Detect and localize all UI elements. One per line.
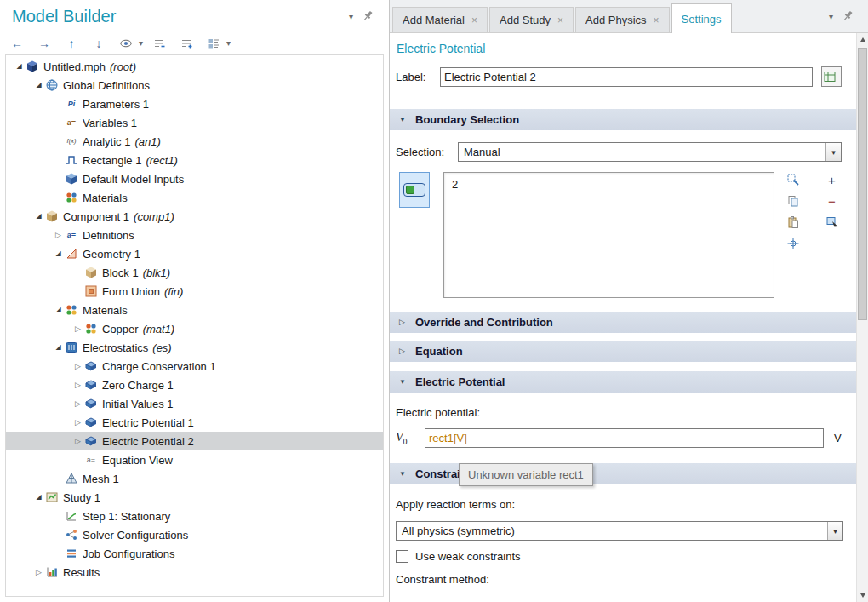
collapsed-arrow-icon[interactable]: ▷ [71,400,84,408]
tree-item-label: Zero Charge 1 [102,379,174,392]
collapsed-arrow-icon[interactable]: ▷ [71,419,84,427]
expanded-arrow-icon[interactable]: ◢ [13,63,26,70]
tree-item[interactable]: ▷a=Definitions [6,226,383,244]
paste-button[interactable] [787,215,802,230]
down-arrow-button[interactable]: ↓ [92,37,110,50]
tree-item[interactable]: ▷Electric Potential 1 [6,413,383,432]
section-header-override-and-contribution[interactable]: ▷Override and Contribution [390,312,856,333]
tree-item[interactable]: Block 1(blk1) [6,263,383,282]
tree-item[interactable]: ◢Untitled.mph(root) [6,57,383,76]
collapsed-arrow-icon[interactable]: ▷ [71,438,84,445]
forward-arrow-button[interactable]: → [37,37,55,50]
show-eye-button[interactable]: ▾ [119,37,143,50]
tree-item[interactable]: Materials [6,188,383,207]
tree-item[interactable]: ◢Materials [6,301,383,319]
close-icon[interactable]: × [654,15,660,26]
panel-menu-button[interactable]: ▾ [349,12,353,21]
center-crosshair-button[interactable] [787,236,802,251]
close-icon[interactable]: × [471,15,477,26]
tree-item[interactable]: Mesh 1 [6,469,383,488]
up-arrow-button[interactable]: ↑ [65,37,83,50]
tab-list-button[interactable]: ▾ [829,12,833,21]
copy-button[interactable] [787,193,802,209]
select-box-button[interactable] [826,215,842,230]
active-selection-toggle[interactable] [399,172,430,208]
pin-panel-button[interactable] [361,9,379,23]
tree-item[interactable]: a=Equation View [6,450,383,469]
tree-item[interactable]: ◢Geometry 1 [6,244,383,263]
section-header-boundary-selection[interactable]: ▼ Boundary Selection [390,109,856,130]
scrollbar-thumb[interactable] [858,48,867,320]
expanded-arrow-icon[interactable]: ◢ [32,82,45,89]
collapsed-arrow-icon[interactable]: ▷ [32,569,45,576]
collapsed-arrow-icon[interactable]: ▷ [71,363,84,370]
tree-item[interactable]: ▷Charge Conservation 1 [6,357,383,376]
tab-add-study[interactable]: Add Study× [489,7,574,32]
physics-feature-icon [84,378,98,392]
tab-add-material[interactable]: Add Material× [392,7,488,32]
tree-item[interactable]: ▷Copper(mat1) [6,319,383,338]
label-options-button[interactable] [821,66,842,87]
scroll-up-arrow-icon[interactable] [857,33,868,46]
selection-mode-dropdown[interactable]: Manual ▾ [458,142,842,162]
pin-settings-button[interactable] [841,9,859,23]
expanded-arrow-icon[interactable]: ◢ [52,250,65,257]
reaction-terms-dropdown[interactable]: All physics (symmetric) ▾ [396,521,843,541]
tree-item[interactable]: ▷Results [6,563,383,582]
tree-item[interactable]: Form Union(fin) [6,282,383,301]
tree-item[interactable]: ◢Global Definitions [6,76,383,95]
tab-add-physics[interactable]: Add Physics× [575,7,670,32]
down-arrow-icon: ↓ [92,37,106,50]
weak-constraints-checkbox[interactable] [396,550,408,563]
selection-list[interactable]: 2 [443,172,774,298]
physics-feature-icon [84,416,98,429]
chevron-down-icon: ▾ [349,12,353,21]
tree-item[interactable]: Default Model Inputs [6,169,383,188]
center-crosshair-icon [786,237,800,250]
selection-list-item[interactable]: 2 [452,177,766,192]
tree-item[interactable]: ◢Electrostatics(es) [6,338,383,357]
tree-item[interactable]: ▷Electric Potential 2 [6,432,383,450]
tree-item[interactable]: ▷Zero Charge 1 [6,376,383,394]
tree-item-label: Parameters 1 [83,98,149,111]
tree-item[interactable]: Solver Configurations [6,525,383,544]
expanded-arrow-icon[interactable]: ◢ [32,213,45,220]
back-arrow-button[interactable]: ← [10,37,28,50]
tree-item[interactable]: ▷Initial Values 1 [6,394,383,413]
tree-item[interactable]: f(x)Analytic 1(an1) [6,132,383,151]
vertical-scrollbar[interactable] [856,33,868,602]
label-input[interactable] [440,67,813,87]
create-selection-button[interactable] [787,172,802,187]
expanded-arrow-icon[interactable]: ◢ [32,494,45,501]
expanded-arrow-icon[interactable]: ◢ [52,344,65,351]
tree-item[interactable]: Job Configurations [6,544,383,563]
section-header-electric-potential[interactable]: ▼ Electric Potential [390,371,856,393]
collapsed-arrow-icon[interactable]: ▷ [71,325,84,333]
collapsed-arrow-icon[interactable]: ▷ [52,232,65,239]
tree-item[interactable]: a=Variables 1 [6,113,383,132]
scroll-down-arrow-icon[interactable] [857,589,868,602]
remove-button[interactable]: − [826,193,842,209]
collapse-all-button[interactable] [152,37,170,50]
tree-item[interactable]: Rectangle 1(rect1) [6,151,383,169]
tree-item[interactable]: ◢Component 1(comp1) [6,207,383,226]
copy-icon [786,194,800,208]
settings-panel: Electric Potential Label: ▼ Boundary Sel… [390,33,856,602]
stationary-icon [65,509,78,523]
electric-potential-input[interactable] [425,428,824,448]
expanded-arrow-icon[interactable]: ◢ [52,307,65,313]
tree-item[interactable]: PiParameters 1 [6,95,383,113]
section-header-equation[interactable]: ▷Equation [390,341,856,362]
close-icon[interactable]: × [557,15,563,26]
node-text-button[interactable]: ▾ [207,37,231,50]
add-button[interactable]: + [826,172,842,187]
expand-all-button[interactable] [180,37,197,50]
electrostatics-icon [65,341,78,354]
tab-settings[interactable]: Settings [671,3,732,33]
selection-tools [787,172,802,251]
tree-item-label: Results [63,566,100,579]
tree-item[interactable]: Step 1: Stationary [6,507,383,525]
tree-item[interactable]: ◢Study 1 [6,488,383,507]
collapsed-arrow-icon[interactable]: ▷ [71,381,84,389]
tree-item-label: Form Union [102,285,160,298]
